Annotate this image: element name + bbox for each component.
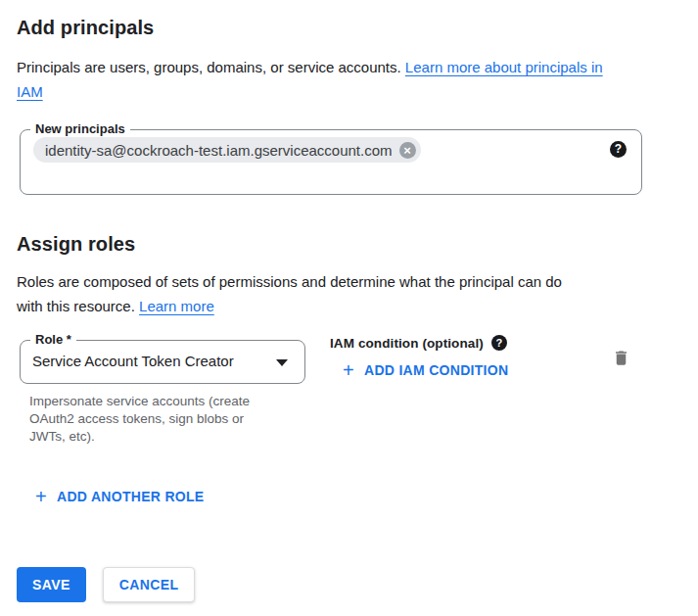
plus-icon: + — [35, 489, 47, 504]
assign-roles-title: Assign roles — [17, 232, 681, 256]
role-helper-text: Impersonate service accounts (create OAu… — [29, 393, 274, 446]
roles-description-text: Roles are composed of sets of permission… — [17, 273, 562, 314]
role-select[interactable]: Role * Service Account Token Creator — [20, 340, 305, 384]
principals-help-icon[interactable]: ? — [610, 141, 627, 158]
add-iam-condition-label: ADD IAM CONDITION — [364, 362, 508, 378]
role-row: Role * Service Account Token Creator Imp… — [17, 331, 681, 446]
principal-chip: identity-sa@cockroach-test.iam.gservicea… — [33, 137, 421, 163]
roles-description: Roles are composed of sets of permission… — [17, 269, 589, 318]
remove-principal-icon[interactable]: × — [399, 142, 416, 159]
iam-condition-help-icon[interactable]: ? — [491, 335, 507, 351]
iam-condition-label-row: IAM condition (optional) ? — [330, 335, 508, 351]
dialog-actions: SAVE CANCEL — [17, 567, 681, 602]
delete-role-button[interactable] — [612, 348, 630, 368]
role-selected-value: Service Account Token Creator — [32, 353, 234, 369]
add-iam-condition-button[interactable]: + ADD IAM CONDITION — [343, 362, 508, 378]
role-column: Role * Service Account Token Creator Imp… — [20, 331, 305, 446]
new-principals-label: New principals — [30, 121, 130, 137]
iam-condition-label: IAM condition (optional) — [330, 336, 484, 351]
trash-icon — [612, 348, 630, 368]
save-button[interactable]: SAVE — [17, 567, 86, 602]
principals-description-text: Principals are users, groups, domains, o… — [17, 59, 401, 75]
add-another-role-label: ADD ANOTHER ROLE — [57, 489, 205, 504]
cancel-button[interactable]: CANCEL — [103, 567, 196, 602]
add-another-role-button[interactable]: + ADD ANOTHER ROLE — [35, 489, 205, 504]
add-principals-panel: Add principals Principals are users, gro… — [0, 0, 698, 616]
iam-condition-column: IAM condition (optional) ? + ADD IAM CON… — [330, 335, 508, 381]
dropdown-arrow-icon — [276, 359, 288, 366]
page-title: Add principals — [17, 16, 681, 39]
principals-description: Principals are users, groups, domains, o… — [17, 55, 621, 104]
learn-more-roles-link[interactable]: Learn more — [139, 298, 214, 314]
plus-icon: + — [343, 362, 354, 378]
new-principals-field[interactable]: New principals identity-sa@cockroach-tes… — [20, 129, 642, 195]
principal-chip-value: identity-sa@cockroach-test.iam.gservicea… — [45, 142, 393, 159]
role-label: Role * — [30, 332, 76, 348]
